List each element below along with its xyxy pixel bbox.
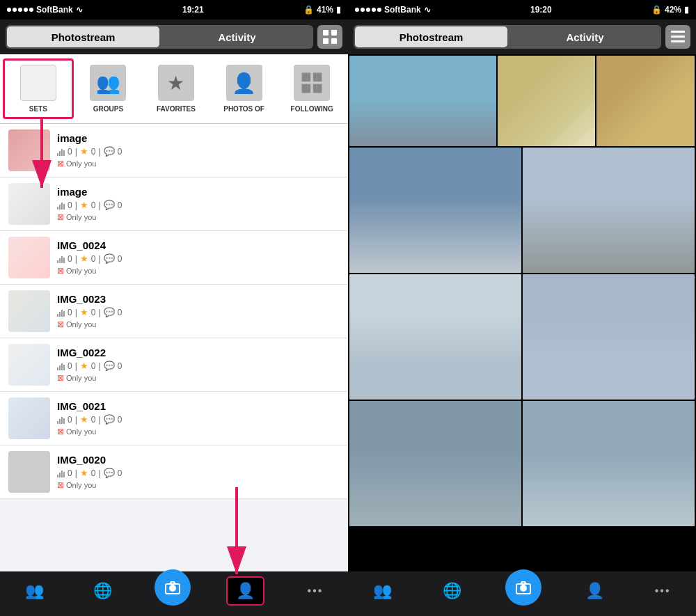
comment-count-3: 0 (118, 308, 122, 317)
photo-stats-2: 0 | ★ 0 | 💬 0 (57, 253, 340, 264)
right-photo-grid[interactable] (348, 54, 696, 571)
photo-list[interactable]: image 0 | ★ 0 | 💬 0 (0, 124, 348, 571)
left-grid-toggle-btn[interactable] (317, 25, 342, 49)
photo-stats-5: 0 | ★ 0 | 💬 0 (57, 414, 340, 425)
grid-cell-takamatsu[interactable] (349, 274, 521, 400)
photo-title-5: IMG_0021 (57, 400, 340, 412)
table-row[interactable]: IMG_0021 0 | ★ 0 | 💬 0 (0, 392, 348, 445)
category-groups[interactable]: 👥 GROUPS (75, 61, 142, 117)
left-tab-camera[interactable] (155, 569, 191, 606)
right-photostream-tab[interactable]: Photostream (355, 26, 507, 47)
table-row[interactable]: IMG_0023 0 | ★ 0 | 💬 0 (0, 285, 348, 338)
left-status-left: SoftBank ∿ (7, 5, 83, 15)
signal-dot-2 (13, 8, 17, 12)
table-row[interactable]: image 0 | ★ 0 | 💬 0 (0, 177, 348, 231)
left-tab-profile[interactable]: 👤 (226, 576, 264, 606)
left-seg-control[interactable]: Photostream Activity (6, 25, 313, 49)
comment-icon-5: 💬 (104, 414, 115, 425)
sep1: | (75, 468, 77, 478)
bar-line (61, 203, 63, 210)
photo-thumb-5 (8, 397, 50, 439)
view-count-1: 0 (68, 200, 72, 210)
table-row[interactable]: IMG_0022 0 | ★ 0 | 💬 0 (0, 338, 348, 392)
privacy-badge-2: ⊠ Only you (57, 266, 340, 276)
bar-line (59, 312, 61, 317)
table-row[interactable]: IMG_0020 0 | ★ 0 | 💬 0 (0, 445, 348, 499)
photosof-label: PHOTOS OF (223, 105, 264, 113)
table-row[interactable]: image 0 | ★ 0 | 💬 0 (0, 124, 348, 177)
right-tab-globe[interactable]: 🌐 (436, 579, 468, 603)
right-battery-icon: ▮ (684, 5, 689, 15)
right-tab-profile[interactable]: 👤 (578, 579, 611, 603)
left-tab-more[interactable]: ••• (301, 582, 331, 600)
table-row[interactable]: IMG_0024 0 | ★ 0 | 💬 0 (0, 231, 348, 285)
svg-rect-3 (331, 38, 337, 44)
right-wifi-icon: ∿ (424, 5, 431, 15)
more-icon: ••• (308, 585, 324, 597)
grid-row-1 (349, 56, 695, 146)
grid-cell-harbor[interactable] (349, 56, 496, 146)
signal-dot-4 (372, 8, 376, 12)
grid-cell-sea1[interactable] (349, 401, 521, 526)
view-count-0: 0 (68, 147, 72, 157)
grid-cell-food[interactable] (596, 56, 695, 146)
privacy-badge-4: ⊠ Only you (57, 373, 340, 383)
signal-dot-3 (18, 8, 22, 12)
right-seg-control[interactable]: Photostream Activity (354, 25, 661, 49)
photo-stats-4: 0 | ★ 0 | 💬 0 (57, 361, 340, 371)
right-tab-people[interactable]: 👥 (366, 579, 399, 603)
left-tab-globe[interactable]: 🌐 (86, 579, 119, 603)
left-tab-people[interactable]: 👥 (18, 579, 51, 603)
bar-line (57, 475, 58, 477)
left-activity-tab[interactable]: Activity (161, 25, 313, 49)
right-activity-tab[interactable]: Activity (509, 25, 661, 49)
signal-dot-3 (366, 8, 370, 12)
bar-line (57, 207, 58, 210)
right-status-left: SoftBank ∿ (355, 5, 431, 15)
left-wifi-icon: ∿ (76, 5, 83, 15)
category-favorites[interactable]: ★ FAVORITES (143, 61, 209, 117)
photo-title-3: IMG_0023 (57, 293, 340, 305)
bar-line (63, 204, 65, 210)
right-tab-more[interactable]: ••• (648, 582, 678, 600)
privacy-text-4: Only you (66, 374, 96, 382)
photo-thumb-1 (8, 183, 50, 225)
bar-line (59, 419, 61, 424)
privacy-text-0: Only you (66, 159, 96, 168)
grid-row-2 (349, 148, 695, 273)
category-following[interactable]: FOLLOWING (278, 61, 345, 117)
right-list-toggle-btn[interactable] (665, 25, 690, 49)
grid-cell-sea2[interactable] (523, 401, 695, 526)
category-photosof[interactable]: 👤 PHOTOS OF (211, 61, 278, 117)
comment-icon-0: 💬 (104, 146, 115, 157)
grid-cell-station[interactable] (523, 148, 695, 273)
comment-count-4: 0 (118, 361, 122, 371)
privacy-text-2: Only you (66, 267, 96, 275)
svg-rect-1 (331, 30, 337, 35)
svg-rect-5 (313, 73, 322, 82)
signal-dot-5 (377, 8, 381, 12)
grid-cell-train[interactable] (523, 274, 695, 400)
star-count-1: 0 (91, 200, 96, 210)
photo-title-4: IMG_0022 (57, 347, 340, 358)
right-tab-camera[interactable] (505, 569, 541, 606)
category-sets[interactable]: SETS (3, 58, 74, 119)
grid-cell-udon[interactable] (498, 56, 596, 146)
sep1: | (75, 308, 77, 317)
right-bottom-tab-bar: 👥 🌐 👤 ••• (348, 571, 696, 616)
photo-stats-3: 0 | ★ 0 | 💬 0 (57, 307, 340, 317)
star-icon-4: ★ (80, 361, 88, 371)
privacy-icon-4: ⊠ (57, 373, 64, 383)
views-bar-3 (57, 308, 65, 317)
signal-dot-5 (29, 8, 33, 12)
bar-line (57, 314, 58, 317)
star-icon-3: ★ (80, 307, 88, 317)
views-bar-4 (57, 362, 65, 370)
sets-label: SETS (29, 105, 47, 113)
grid-cell-building[interactable] (349, 148, 521, 273)
profile-icon-active: 👤 (236, 582, 255, 600)
left-photostream-tab[interactable]: Photostream (7, 26, 159, 47)
svg-rect-15 (671, 40, 685, 42)
left-battery-icon: ▮ (336, 5, 341, 15)
following-svg (299, 70, 324, 95)
